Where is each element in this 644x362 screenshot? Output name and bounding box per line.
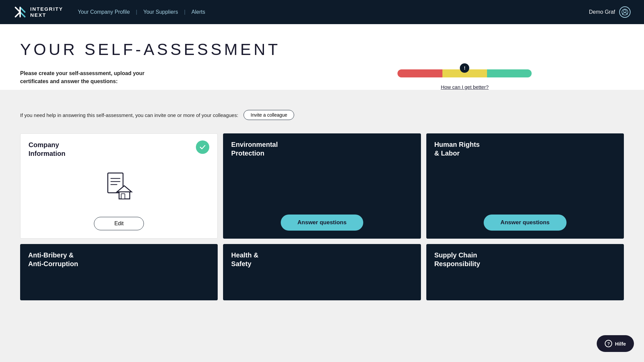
cards-grid: Company Information	[20, 133, 624, 300]
progress-link[interactable]: How can I get better?	[441, 84, 489, 90]
card-body-human-rights	[426, 163, 624, 209]
card-body-health-safety	[223, 274, 421, 300]
svg-line-1	[15, 7, 20, 12]
card-header-human-rights: Human Rights & Labor	[426, 133, 624, 163]
answer-questions-environmental-button[interactable]: Answer questions	[281, 215, 363, 231]
navbar: INTEGRITY NEXT Your Company Profile | Yo…	[0, 0, 644, 24]
card-anti-bribery: Anti-Bribery & Anti-Corruption	[20, 244, 218, 300]
svg-point-6	[624, 10, 626, 12]
logo-icon	[13, 5, 27, 19]
card-action-environmental: Answer questions	[223, 209, 421, 239]
card-title-company-info: Company Information	[29, 140, 65, 158]
logo-text: INTEGRITY NEXT	[30, 6, 63, 18]
card-title-human-rights: Human Rights & Labor	[434, 140, 480, 158]
nav-links: Your Company Profile | Your Suppliers | …	[76, 9, 207, 15]
card-title-environmental: Environmental Protection	[231, 140, 278, 158]
svg-line-4	[20, 12, 25, 17]
svg-line-3	[20, 7, 25, 12]
main-section: YOUR SELF-ASSESSMENT Please create your …	[0, 24, 644, 90]
helper-banner: If you need help in answering this self-…	[0, 103, 644, 127]
card-title-anti-bribery: Anti-Bribery & Anti-Corruption	[28, 251, 78, 268]
card-title-health-safety: Health & Safety	[231, 251, 258, 268]
card-header-supply-chain: Supply Chain Responsibility	[426, 244, 624, 274]
card-human-rights: Human Rights & Labor Answer questions	[426, 133, 624, 239]
card-action-human-rights: Answer questions	[426, 209, 624, 239]
card-body-company-info	[20, 163, 217, 212]
progress-indicator: !	[460, 63, 469, 73]
company-info-icon	[102, 170, 136, 205]
navbar-right: Demo Graf	[589, 6, 631, 18]
progress-indicator-icon: !	[460, 63, 469, 73]
hilfe-button[interactable]: ? Hilfe	[597, 335, 634, 352]
nav-sep-2: |	[184, 9, 185, 15]
card-action-company-info: Edit	[20, 212, 217, 238]
nav-sep-1: |	[136, 9, 137, 15]
progress-red	[397, 69, 442, 77]
card-header-company-info: Company Information	[20, 134, 217, 163]
card-header-anti-bribery: Anti-Bribery & Anti-Corruption	[20, 244, 218, 274]
card-company-info: Company Information	[20, 133, 218, 239]
description: Please create your self-assessment, uplo…	[20, 69, 285, 85]
content-row: Please create your self-assessment, uplo…	[20, 69, 624, 90]
logo: INTEGRITY NEXT	[13, 5, 63, 19]
hilfe-label: Hilfe	[615, 341, 626, 347]
svg-line-2	[15, 12, 20, 17]
edit-button[interactable]: Edit	[94, 217, 144, 230]
card-header-environmental: Environmental Protection	[223, 133, 421, 163]
progress-green	[487, 69, 532, 77]
card-body-supply-chain	[426, 274, 624, 300]
card-title-supply-chain: Supply Chain Responsibility	[434, 251, 480, 268]
progress-section: ! How can I get better?	[306, 69, 624, 90]
navbar-left: INTEGRITY NEXT Your Company Profile | Yo…	[13, 5, 207, 19]
invite-colleague-button[interactable]: Invite a colleague	[244, 110, 294, 120]
cards-section: Company Information	[0, 127, 644, 314]
card-body-anti-bribery	[20, 274, 218, 300]
card-environmental: Environmental Protection Answer question…	[223, 133, 421, 239]
nav-company-profile[interactable]: Your Company Profile	[76, 9, 131, 15]
card-supply-chain: Supply Chain Responsibility	[426, 244, 624, 300]
user-name: Demo Graf	[589, 9, 615, 15]
user-avatar[interactable]	[619, 6, 631, 18]
page-title: YOUR SELF-ASSESSMENT	[20, 40, 624, 59]
nav-alerts[interactable]: Alerts	[190, 9, 207, 15]
hilfe-icon: ?	[605, 340, 612, 347]
answer-questions-human-rights-button[interactable]: Answer questions	[484, 215, 566, 231]
card-body-environmental	[223, 163, 421, 209]
nav-suppliers[interactable]: Your Suppliers	[142, 9, 179, 15]
card-health-safety: Health & Safety	[223, 244, 421, 300]
svg-rect-14	[121, 194, 125, 199]
card-header-health-safety: Health & Safety	[223, 244, 421, 274]
progress-bar-wrap: !	[397, 69, 532, 77]
completed-checkmark	[196, 140, 209, 154]
helper-text: If you need help in answering this self-…	[20, 112, 238, 118]
description-text: Please create your self-assessment, uplo…	[20, 69, 161, 85]
